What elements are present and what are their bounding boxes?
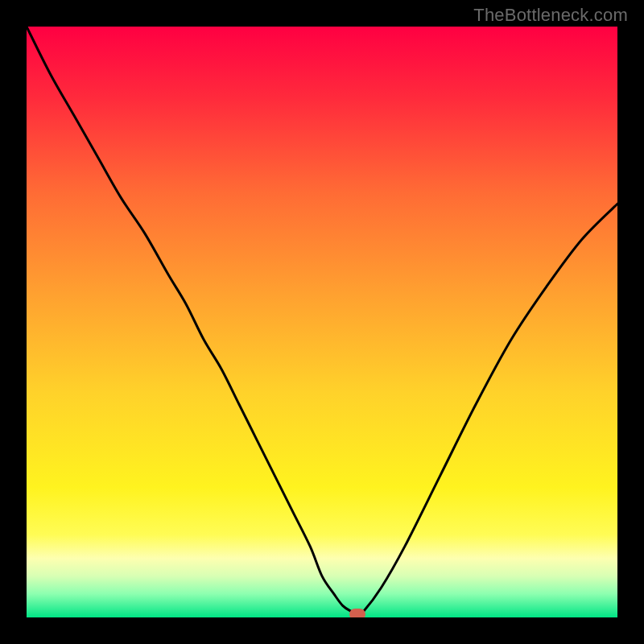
optimum-marker-icon	[349, 609, 365, 617]
watermark-text: TheBottleneck.com	[473, 5, 628, 26]
plot-area	[27, 27, 617, 617]
chart-frame: TheBottleneck.com	[0, 0, 644, 644]
bottleneck-curve	[27, 27, 617, 617]
